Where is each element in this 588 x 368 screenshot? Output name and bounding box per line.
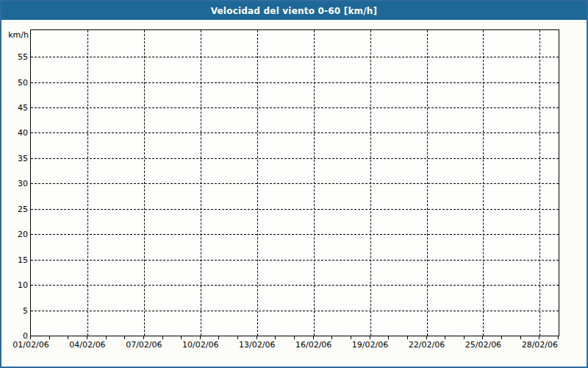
x-minor-tick [426,336,427,339]
x-gridline [370,30,371,336]
x-minor-tick [388,336,389,339]
x-minor-tick [370,336,370,339]
y-gridline [31,209,559,210]
x-minor-tick [257,336,257,339]
x-gridline [144,30,145,336]
x-gridline [539,30,540,336]
x-minor-tick [106,336,107,339]
x-minor-tick [294,336,295,339]
x-tick-label: 16/02/06 [288,340,340,350]
y-tick-label: 40 [1,128,28,138]
x-minor-tick [30,336,31,339]
x-minor-tick [181,336,182,339]
x-tick-label: 10/02/06 [175,340,226,350]
x-minor-tick [143,336,144,339]
x-tick-label: 04/02/06 [62,340,113,350]
x-gridline [314,30,315,336]
y-tick-label: 20 [1,230,28,240]
x-minor-tick [351,336,351,339]
plot-area [30,29,559,336]
x-minor-tick [68,336,68,339]
y-gridline [31,107,559,108]
y-gridline [31,82,559,83]
x-tick-label: 07/02/06 [118,340,170,350]
x-minor-tick [445,336,445,339]
x-minor-tick [520,336,521,339]
x-minor-tick [539,336,539,339]
x-minor-tick [275,336,276,339]
y-tick-label: 55 [1,52,28,63]
x-minor-tick [313,336,314,339]
x-minor-tick [49,336,50,339]
y-gridline [31,234,559,235]
x-tick-label: 19/02/06 [345,340,396,350]
y-tick-label: 15 [1,255,28,266]
x-minor-tick [124,336,125,339]
x-tick-label: 25/02/06 [457,340,509,350]
x-minor-tick [162,336,163,339]
y-tick-label: 45 [1,103,28,113]
y-gridline [31,158,559,159]
y-gridline [31,132,559,133]
x-tick-label: 22/02/06 [401,340,453,350]
y-tick-label: 25 [1,205,28,215]
x-tick-label: 13/02/06 [232,340,283,350]
y-tick-label: 10 [1,280,28,291]
x-tick-label: 28/02/06 [514,340,565,350]
x-minor-tick [501,336,502,339]
x-minor-tick [482,336,483,339]
y-gridline [31,57,559,57]
x-gridline [87,30,88,336]
x-minor-tick [237,336,238,339]
y-gridline [31,285,559,286]
x-gridline [257,30,258,336]
chart-title-bar: Velocidad del viento 0-60 [km/h] [1,1,587,20]
x-minor-tick [464,336,465,339]
x-gridline [201,30,201,336]
x-minor-tick [218,336,219,339]
y-gridline [31,311,559,311]
y-tick-label: 30 [1,179,28,189]
x-gridline [483,30,484,336]
x-minor-tick [200,336,201,339]
y-axis-unit-label: km/h [1,30,29,40]
y-tick-label: 35 [1,154,28,164]
y-tick-label: 50 [1,78,28,88]
x-minor-tick [558,336,559,339]
x-minor-tick [407,336,408,339]
y-tick-label: 5 [1,306,28,316]
y-gridline [31,260,559,261]
chart-panel: Velocidad del viento 0-60 [km/h] km/h 05… [0,0,588,368]
x-minor-tick [331,336,332,339]
y-gridline [31,183,559,184]
x-gridline [427,30,428,336]
chart-title: Velocidad del viento 0-60 [km/h] [211,6,378,16]
x-minor-tick [87,336,87,339]
x-tick-label: 01/02/06 [5,340,57,350]
